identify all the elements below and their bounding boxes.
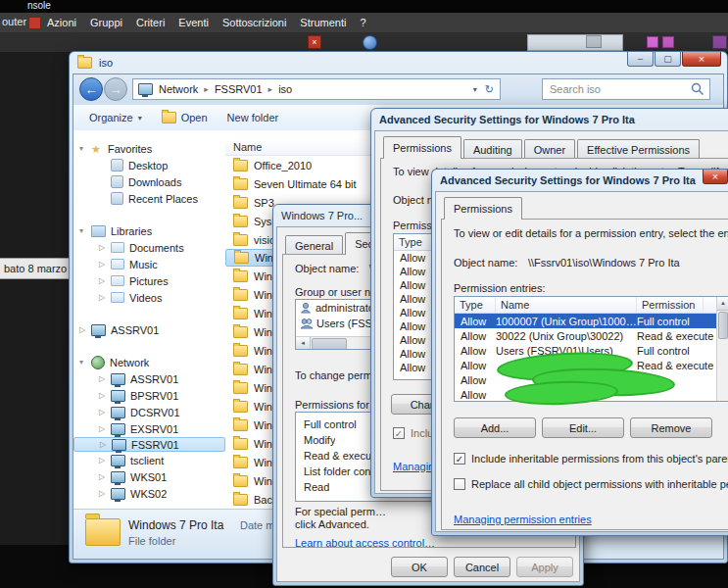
info-icon[interactable] [363, 35, 377, 50]
expander-icon[interactable]: ▾ [79, 144, 91, 153]
advanced-front-controls: × [702, 170, 728, 184]
menubar-item[interactable]: Criteri [136, 17, 165, 28]
forward-button[interactable]: → [104, 77, 127, 101]
tree-item[interactable]: ▷Pictures [73, 272, 225, 289]
tree-item[interactable]: ▷FSSRV01 [73, 437, 225, 452]
tree-item[interactable]: ▷DCSRV01 [73, 404, 225, 420]
expander-icon[interactable]: ▾ [79, 358, 91, 367]
open-button[interactable]: Open [152, 105, 218, 130]
tree-section-libraries[interactable]: ▾Libraries [73, 222, 225, 239]
tree-item[interactable]: ▷Videos [73, 289, 225, 306]
type-column-header[interactable]: Type [455, 297, 496, 313]
include-inheritable-checkbox[interactable]: ✓ [454, 453, 465, 465]
minimize-button[interactable]: – [627, 52, 654, 67]
ok-button[interactable]: OK [391, 557, 448, 577]
tree-item[interactable]: ▷Music [73, 256, 225, 272]
name-column-header[interactable]: Name [225, 138, 382, 156]
menubar-item[interactable]: Sottoscrizioni [222, 17, 286, 28]
back-button[interactable]: ← [79, 77, 103, 101]
expander-icon[interactable]: ▾ [79, 226, 91, 235]
advanced-back-titlebar[interactable]: Advanced Security Settings for Windows 7… [371, 109, 728, 130]
tree-item[interactable]: ▷WKS02 [73, 485, 225, 502]
window-icon[interactable] [586, 35, 602, 48]
tree-item[interactable]: ▷Documents [73, 239, 225, 256]
scroll-left-icon[interactable]: ◂ [296, 337, 311, 349]
console-filter-box[interactable] [527, 34, 623, 51]
menubar-item[interactable]: ? [360, 17, 365, 28]
include-inheritable-checkbox[interactable]: ✓ [393, 427, 405, 439]
delete-icon[interactable]: × [308, 35, 321, 49]
tab-auditing[interactable]: Auditing [463, 139, 522, 159]
tab-effective-permissions[interactable]: Effective Permissions [577, 139, 700, 159]
scroll-thumb[interactable] [718, 312, 728, 339]
permission-entry-row[interactable]: Allow1000007 (Unix Group\1000007)Full co… [455, 314, 728, 328]
menubar-item[interactable]: Azioni [47, 17, 76, 28]
refresh-icon[interactable]: ↻ [485, 83, 494, 96]
expander-icon[interactable]: ▷ [99, 243, 111, 252]
organize-button[interactable]: Organize▾ [79, 105, 152, 130]
expander-icon[interactable]: ▷ [99, 276, 111, 285]
tree-item[interactable]: Desktop [73, 157, 225, 173]
expander-icon[interactable]: ▷ [99, 374, 111, 383]
new-folder-button[interactable]: New folder [218, 105, 289, 130]
scroll-thumb[interactable] [312, 338, 347, 350]
remove-button[interactable]: Remove [630, 417, 712, 438]
tree-item[interactable]: Recent Places [73, 190, 225, 207]
tree-item[interactable]: ▷BPSRV01 [73, 387, 225, 404]
tree-item[interactable]: ▷WKS01 [73, 468, 225, 485]
close-button[interactable]: × [682, 52, 721, 67]
address-bar[interactable]: Network ▸ FSSRV01 ▸ iso ▾ ↻ [132, 78, 501, 100]
tree-item[interactable]: ▷EXSRV01 [73, 420, 225, 437]
chart-icon[interactable] [647, 36, 658, 48]
tree-item[interactable]: ▷tsclient [73, 452, 225, 468]
expander-icon[interactable]: ▷ [79, 325, 91, 334]
menubar-item[interactable]: Strumenti [300, 17, 346, 28]
maximize-button[interactable]: ▢ [655, 52, 681, 67]
expander-icon[interactable]: ▷ [99, 424, 111, 433]
item-icon [111, 175, 123, 188]
breadcrumb-network[interactable]: Network [153, 83, 204, 95]
tab-permissions[interactable]: Permissions [383, 136, 461, 159]
cancel-button[interactable]: Cancel [454, 557, 510, 577]
tab-general[interactable]: General [285, 235, 343, 255]
expander-icon[interactable]: ▷ [99, 456, 111, 465]
apply-button[interactable]: Apply [516, 557, 573, 577]
edit-button[interactable]: Edit... [542, 417, 624, 438]
expander-icon[interactable]: ▷ [100, 440, 112, 449]
advanced-front-titlebar[interactable]: Advanced Security Settings for Windows 7… [432, 170, 728, 191]
menubar-item[interactable]: Eventi [178, 17, 209, 28]
address-dropdown-icon[interactable]: ▾ [473, 85, 477, 94]
chart-icon-2[interactable] [662, 36, 674, 48]
add-button[interactable]: Add... [454, 417, 536, 438]
vertical-scrollbar[interactable]: ▲ [716, 297, 728, 401]
expander-icon[interactable]: ▷ [99, 472, 111, 481]
tree-section-favorites[interactable]: ▾Favorites [73, 140, 225, 157]
tool-icon[interactable] [712, 35, 727, 49]
tree-item-label: DCSRV01 [130, 407, 180, 418]
expander-icon[interactable]: ▷ [99, 408, 111, 416]
tab-permissions[interactable]: Permissions [444, 197, 522, 220]
search-input[interactable]: Search iso [542, 78, 710, 100]
close-button[interactable]: × [703, 170, 728, 184]
tree-gap [73, 338, 225, 354]
menubar-item[interactable]: Gruppi [90, 17, 122, 28]
tab-owner[interactable]: Owner [524, 139, 575, 159]
user-name: administrator [315, 302, 378, 314]
expander-icon[interactable]: ▷ [99, 260, 111, 269]
tree-section-assrv01[interactable]: ▷ASSRV01 [73, 321, 225, 338]
tree-item[interactable]: Downloads [73, 173, 225, 190]
expander-icon[interactable]: ▷ [99, 391, 111, 400]
tree-item[interactable]: ▷ASSRV01 [73, 370, 225, 387]
name-column-header[interactable]: Name [496, 297, 637, 313]
expander-icon[interactable]: ▷ [99, 489, 111, 498]
breadcrumb-server[interactable]: FSSRV01 [209, 83, 268, 95]
expander-icon[interactable]: ▷ [99, 293, 111, 302]
permission-column-header[interactable]: Permission [637, 297, 704, 313]
learn-about-link[interactable]: Learn about access control and permissio… [295, 537, 438, 548]
replace-child-checkbox[interactable] [454, 478, 465, 490]
managing-entries-link[interactable]: Managing permission entries [454, 514, 592, 525]
tree-section-network[interactable]: ▾Network [73, 354, 225, 370]
permission-entry-row[interactable]: Allow30022 (Unix Group\30022)Read & exec… [455, 328, 728, 343]
scroll-up-icon[interactable]: ▲ [717, 297, 728, 311]
breadcrumb-folder[interactable]: iso [272, 83, 298, 95]
